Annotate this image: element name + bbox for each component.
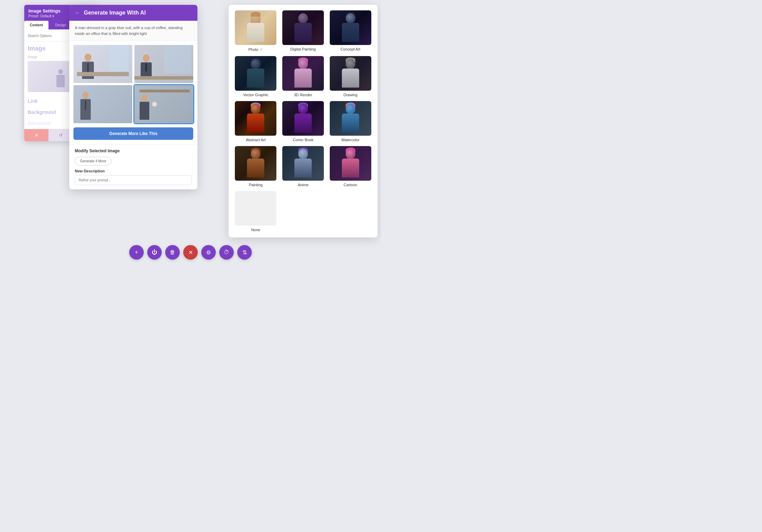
power-button[interactable]: ⏻ [147,245,162,260]
style-item-watercolor[interactable]: Watercolor [329,101,372,142]
style-label-none: None [251,228,260,232]
style-item-abstract-art[interactable]: Abstract Art [234,101,277,142]
style-item-concept-art[interactable]: Concept Art [329,10,372,52]
settings-button[interactable]: ⚙ [201,245,216,260]
close-button[interactable]: ✕ [183,245,198,260]
cancel-button[interactable]: ✕ [24,129,48,141]
style-img-abstract-art [235,101,276,136]
generate-header: ← Generate Image With AI [69,5,197,21]
style-img-painting [235,146,276,181]
style-img-comic-book [282,101,324,136]
style-item-comic-book[interactable]: Comic Book [282,101,325,142]
panel-title: Image Settings [28,8,60,13]
style-item-drawing[interactable]: Drawing [329,56,372,97]
style-item-none[interactable]: None [234,191,277,232]
tab-content[interactable]: Content [24,21,48,29]
style-img-3d-render [282,56,324,91]
style-img-vector-graphic [235,56,276,91]
style-item-painting[interactable]: Painting [234,146,277,187]
style-item-vector-graphic[interactable]: Vector Graphic [234,56,277,97]
style-label-watercolor: Watercolor [341,138,360,142]
panel-preset[interactable]: Preset: Default ▾ [28,14,60,18]
style-item-3d-render[interactable]: 3D Render [282,56,325,97]
style-label-anime: Anime [298,183,308,187]
style-item-cartoon[interactable]: Cartoon [329,146,372,187]
style-img-digital-painting [282,10,324,45]
modify-section: Modify Selected Image Generate 4 More Ne… [69,144,197,189]
refine-input[interactable] [75,175,192,185]
adjust-button[interactable]: ⇅ [237,245,252,260]
generate-4-button[interactable]: Generate 4 More [75,157,112,165]
style-img-anime [282,146,324,181]
generated-image-4[interactable] [134,85,193,123]
style-label-digital-painting: Digital Painting [290,47,316,51]
style-label-drawing: Drawing [343,93,357,97]
generated-image-2[interactable] [134,45,193,83]
style-item-anime[interactable]: Anime [282,146,325,187]
generate-panel: ← Generate Image With AI A man dressed i… [69,5,197,189]
style-grid: Photo ✓ Digital Painting [234,10,372,232]
bottom-toolbar: + ⏻ 🗑 ✕ ⚙ ⏱ ⇅ [129,245,252,260]
style-label-concept-art: Concept Art [340,47,360,51]
add-button[interactable]: + [129,245,144,260]
prompt-text: A man dressed in a gray blue suit, with … [69,21,197,41]
back-arrow-icon[interactable]: ← [75,10,80,16]
style-img-concept-art [330,10,371,45]
style-img-drawing [330,56,371,91]
style-label-painting: Painting [249,183,263,187]
new-desc-label: New Description [75,169,192,173]
generated-image-1[interactable] [73,45,132,83]
style-label-photo: Photo ✓ [248,47,263,52]
style-label-abstract-art: Abstract Art [246,138,266,142]
style-label-3d-render: 3D Render [294,93,312,97]
generate-title: Generate Image With AI [84,10,146,16]
style-img-cartoon [330,146,371,181]
modify-title: Modify Selected Image [75,148,192,153]
style-item-digital-painting[interactable]: Digital Painting [282,10,325,52]
style-item-photo[interactable]: Photo ✓ [234,10,277,52]
style-label-vector-graphic: Vector Graphic [243,93,268,97]
style-label-cartoon: Cartoon [344,183,357,187]
timer-button[interactable]: ⏱ [219,245,234,260]
generated-image-3[interactable] [73,85,132,123]
style-img-none [235,191,276,226]
style-img-photo [235,10,276,45]
photo-check-icon: ✓ [260,47,263,52]
trash-button[interactable]: 🗑 [165,245,180,260]
generated-images-grid [69,41,197,127]
style-picker-panel: Photo ✓ Digital Painting [229,5,378,237]
generate-more-button[interactable]: Generate More Like This [73,127,193,140]
style-label-comic-book: Comic Book [293,138,313,142]
style-img-watercolor [330,101,371,136]
panel-header-info: Image Settings Preset: Default ▾ [28,8,60,18]
